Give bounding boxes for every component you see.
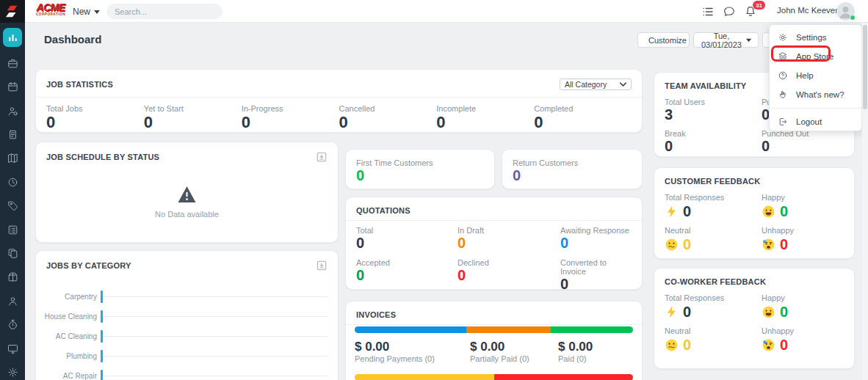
category-filter-select[interactable]: All Category (560, 78, 632, 90)
page-title: Dashboard (44, 33, 101, 45)
chevron-down-icon (746, 37, 751, 44)
sidebar-item-reports[interactable] (3, 246, 22, 261)
sidebar-item-users[interactable] (3, 293, 22, 308)
topbar: ACME CORPORATION New 31 John Mc Keever (0, 0, 868, 23)
quotations-title: QUOTATIONS (356, 206, 411, 215)
sidebar-item-forms[interactable] (3, 222, 22, 237)
unhappy-face-icon (762, 238, 775, 252)
gear-icon (7, 366, 19, 379)
new-button-label: New (73, 7, 90, 17)
no-data-message: No Data available (155, 210, 219, 219)
cw-unhappy: Unhappy 0 (762, 326, 844, 354)
menu-label: What's new? (796, 90, 844, 99)
sidebar-item-price-book[interactable] (3, 151, 22, 166)
sidebar-item-jobs[interactable] (3, 56, 22, 70)
cw-neutral: Neutral 0 (665, 326, 762, 354)
invoices-card: INVOICES $ 0.00Pending Payments (0) $ 0.… (345, 301, 643, 380)
chevron-down-icon (94, 10, 100, 14)
sidebar-item-timesheet[interactable] (3, 175, 22, 189)
chart-row: Plumbing (40, 346, 328, 366)
red-segment (494, 374, 634, 380)
stat-yet-to-start: Yet to Start0 (144, 104, 242, 131)
lightning-icon (665, 205, 679, 219)
menu-item-settings[interactable]: Settings (770, 28, 861, 47)
chevron-down-icon (620, 82, 626, 87)
quote-awaiting: Awaiting Response0 (560, 226, 632, 252)
export-icon[interactable] (316, 260, 328, 271)
customize-label: Customize (648, 36, 687, 45)
cf-unhappy: Unhappy 0 (762, 226, 844, 253)
sidebar-item-schedule[interactable] (3, 80, 22, 95)
clock-icon (7, 176, 19, 189)
bar-zero (101, 370, 103, 380)
chart-row: Carpentry (40, 287, 328, 307)
scrollbar-thumb[interactable] (863, 25, 867, 109)
invoice-paid: $ 0.00Paid (0) (558, 340, 633, 363)
customize-button[interactable]: Customize (637, 32, 690, 48)
monitor-icon (7, 343, 19, 355)
unhappy-face-icon (762, 338, 775, 352)
coworker-feedback-card: CO-WORKER FEEDBACK Total Responses 0 Hap… (654, 268, 855, 369)
scrollbar-track (862, 23, 868, 380)
team-punched-out: Punched Out0 (762, 129, 844, 155)
invoice-partially-paid: $ 0.00Partially Paid (0) (470, 340, 558, 363)
stat-in-progress: In-Progress0 (242, 104, 339, 131)
menu-divider (770, 108, 861, 109)
chat-icon[interactable] (723, 5, 736, 18)
sidebar-item-timer[interactable] (3, 318, 22, 332)
brand-name: ACME (33, 2, 68, 12)
paid-segment (551, 326, 633, 333)
team-total-users: Total Users3 (665, 98, 762, 123)
sidebar-item-devices[interactable] (3, 341, 22, 356)
quote-accepted: Accepted0 (356, 258, 457, 290)
customer-feedback-title: CUSTOMER FEEDBACK (665, 177, 760, 186)
sidebar-item-invoices[interactable] (3, 128, 22, 142)
quote-in-draft: In Draft0 (457, 226, 560, 252)
neutral-face-icon (665, 338, 679, 352)
menu-item-whats-new[interactable]: What's new? (770, 85, 861, 104)
brand-logo: ACME CORPORATION (33, 2, 68, 17)
receipt-icon (7, 128, 19, 141)
quotations-card: QUOTATIONS Total0 In Draft0 Awaiting Res… (345, 197, 643, 290)
search-input[interactable] (106, 7, 222, 16)
lightning-icon (665, 305, 679, 319)
stat-completed: Completed0 (534, 104, 632, 131)
chart-row: AC Cleaning (40, 326, 328, 346)
menu-label: Settings (796, 33, 827, 42)
cf-total-responses: Total Responses 0 (665, 193, 762, 220)
yellow-segment (355, 374, 494, 380)
sidebar-item-customers[interactable] (3, 103, 22, 118)
calendar-icon (7, 81, 19, 93)
sidebar-item-settings[interactable] (3, 365, 22, 379)
dashboard-icon (7, 32, 19, 44)
quote-converted: Converted to Invoice0 (560, 258, 632, 290)
cw-total-responses: Total Responses 0 (665, 293, 762, 321)
menu-item-app-store[interactable]: App Store (770, 47, 861, 66)
warning-icon (177, 186, 197, 203)
new-button[interactable]: New (73, 7, 100, 17)
list-icon[interactable] (701, 5, 715, 18)
menu-item-logout[interactable]: Logout (770, 112, 861, 131)
status-bar (355, 374, 633, 380)
user-icon (7, 295, 19, 307)
jobs-by-category-card: JOBS BY CATEGORY Carpentry House Cleanin… (35, 250, 339, 380)
sidebar-item-dashboard[interactable] (3, 28, 22, 47)
return-customers-value: 0 (513, 167, 632, 184)
stopwatch-icon (7, 318, 19, 331)
first-time-customers-value: 0 (356, 167, 484, 184)
menu-label: Logout (796, 117, 822, 126)
menu-item-help[interactable]: Help (770, 66, 861, 85)
date-picker-button[interactable]: Tue, 03/01/2023 (693, 32, 759, 48)
online-status-dot (850, 15, 856, 21)
export-icon[interactable] (316, 151, 328, 163)
tag-icon (7, 200, 19, 212)
app-logo-icon[interactable] (0, 0, 25, 23)
job-statistics-card: JOB STATISTICS All Category Total Jobs0 … (35, 69, 643, 133)
stat-cancelled: Cancelled0 (339, 104, 436, 131)
happy-face-icon (762, 205, 775, 219)
gear-icon (778, 32, 788, 43)
sidebar-item-tags[interactable] (3, 199, 22, 213)
payments-bar (355, 326, 633, 333)
person-badge-icon (7, 105, 19, 117)
sidebar-item-services[interactable] (3, 270, 22, 285)
